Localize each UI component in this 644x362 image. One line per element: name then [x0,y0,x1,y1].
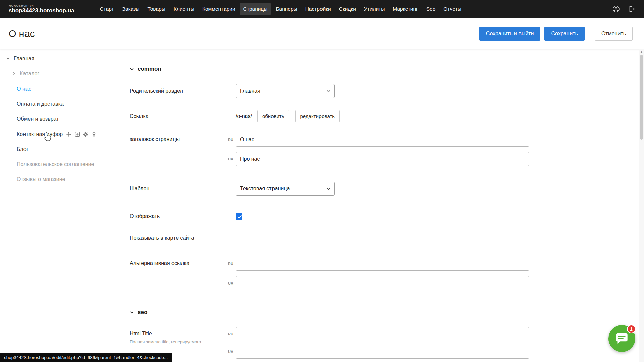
chevron-right-icon [12,72,17,76]
field-label: Ссылка [130,113,226,119]
field-template: Шаблон Текстовая страница [130,182,644,196]
template-select[interactable]: Текстовая страница [236,182,335,196]
field-label: Родительский раздел [130,88,226,94]
field-html-title: Html Title Полная замена title, генериру… [130,327,644,359]
add-page-icon[interactable] [75,132,80,137]
page-header: О нас Сохранить и выйти Сохранить Отмени… [0,18,644,49]
field-label: Шаблон [130,186,226,192]
chat-unread-badge: 1 [627,325,636,333]
field-hint: Полная замена title, генерируемого [130,339,213,345]
section-common-toggle[interactable]: common [130,66,644,72]
main-nav: Старт Заказы Товары Клиенты Комментарии … [97,3,606,15]
section-title: common [138,66,161,72]
parent-section-select[interactable]: Главная [236,84,335,98]
sidebar-item-o-nas[interactable]: О нас [0,81,118,96]
chevron-down-icon [130,67,134,71]
select-value: Текстовая страница [240,186,290,192]
update-link-button[interactable]: обновить [257,110,289,122]
nav-discounts[interactable]: Скидки [336,3,359,15]
topbar-icons [612,5,635,13]
scrollbar-thumb[interactable] [640,55,643,140]
nav-banners[interactable]: Баннеры [272,3,300,15]
chat-bubble-icon [615,332,629,345]
save-button[interactable]: Сохранить [544,27,585,41]
nav-marketing[interactable]: Маркетинг [389,3,421,15]
brand-domain: shop34423.horoshop.ua [9,7,75,14]
nav-start[interactable]: Старт [97,3,117,15]
lang-ua-label: UA [226,350,236,354]
chevron-down-icon [327,90,330,92]
scroll-up-arrow-icon[interactable]: ▲ [639,49,644,54]
sidebar-item-katalog[interactable]: Каталог [0,66,118,81]
field-page-title: заголовок страницы RU UA [130,133,644,166]
status-url: shop34423.horoshop.ua/edit/edit.php?id=6… [0,353,172,362]
cancel-button[interactable]: Отменить [595,27,633,41]
page-edit-form: common Родительский раздел Главная Ссылк… [118,49,644,362]
sidebar-item-otzyvy-o-magazine[interactable]: Отзывы о магазине [0,172,118,187]
sidebar-item-glavnaya[interactable]: Главная [0,51,118,66]
page-title: О нас [9,28,35,39]
page-title-ua-input[interactable] [236,152,529,166]
nav-products[interactable]: Товары [144,3,168,15]
settings-gear-icon[interactable] [83,132,88,137]
nav-pages[interactable]: Страницы [240,3,271,15]
field-link: Ссылка /o-nas/ обновить редактировать [130,110,644,122]
delete-trash-icon[interactable] [91,132,97,137]
alt-link-ru-input[interactable] [236,257,529,271]
sidebar-item-polzovatelskoe-soglashenie[interactable]: Пользовательское соглашение [0,157,118,172]
page-title-ru-input[interactable] [236,133,529,147]
pages-tree-sidebar: Главная Каталог О нас Оплата и доставка … [0,49,118,362]
tree-item-label: Пользовательское соглашение [17,161,94,167]
tree-item-label: Блог [17,146,29,152]
save-and-exit-button[interactable]: Сохранить и выйти [479,27,541,41]
chevron-down-icon [130,310,134,315]
brand-version: HOROSHOP V4 [9,4,75,7]
lang-ru-label: RU [226,332,236,336]
tree-item-label: Оплата и доставка [17,101,64,107]
vertical-scrollbar[interactable]: ▲ [639,49,644,362]
field-label: Отображать [130,213,226,219]
sidebar-item-obmen-i-vozvrat[interactable]: Обмен и возврат [0,111,118,126]
header-actions: Сохранить и выйти Сохранить Отменить [479,27,633,41]
chat-launcher-button[interactable]: 1 [608,325,635,352]
nav-orders[interactable]: Заказы [119,3,143,15]
sidebar-item-kontaktnaya-informaciya[interactable]: Контактная инфор [0,126,118,142]
field-parent-section: Родительский раздел Главная [130,84,644,98]
edit-link-button[interactable]: редактировать [295,110,340,122]
nav-reports[interactable]: Отчеты [440,3,465,15]
brand-logo[interactable]: HOROSHOP V4 shop34423.horoshop.ua [9,4,75,14]
top-navbar: HOROSHOP V4 shop34423.horoshop.ua Старт … [0,0,644,18]
html-title-ru-input[interactable] [236,327,529,341]
html-title-ua-input[interactable] [236,345,529,359]
link-path-value: /o-nas/ [236,113,252,119]
chevron-down-icon [6,57,11,61]
field-label: заголовок страницы [130,133,226,142]
display-checkbox[interactable] [236,213,242,220]
field-label: Альтернативная ссылка [130,257,226,266]
field-label: Показывать в карте сайта [130,235,226,241]
tree-item-label: О нас [17,86,31,92]
lang-ru-label: RU [226,262,236,266]
nav-utilities[interactable]: Утилиты [361,3,388,15]
sidebar-item-oplata-i-dostavka[interactable]: Оплата и доставка [0,96,118,111]
sitemap-checkbox[interactable] [236,235,242,241]
field-alt-link: Альтернативная ссылка RU UA [130,257,644,290]
select-value: Главная [240,88,260,94]
nav-seo[interactable]: Seo [423,3,439,15]
field-sitemap: Показывать в карте сайта [130,235,644,241]
tree-item-label: Главная [14,56,34,62]
nav-clients[interactable]: Клиенты [170,3,198,15]
section-seo-toggle[interactable]: seo [130,309,644,316]
move-icon[interactable] [66,132,71,137]
nav-comments[interactable]: Комментарии [199,3,239,15]
account-icon[interactable] [612,5,620,13]
lang-ua-label: UA [226,157,236,161]
alt-link-ua-input[interactable] [236,276,529,290]
lang-ru-label: RU [226,138,236,142]
field-label: Html Title [130,331,226,337]
nav-settings[interactable]: Настройки [302,3,334,15]
sidebar-item-blog[interactable]: Блог [0,142,118,157]
logout-icon[interactable] [628,5,635,13]
tree-item-label: Каталог [20,71,39,77]
chevron-down-icon [327,188,330,190]
